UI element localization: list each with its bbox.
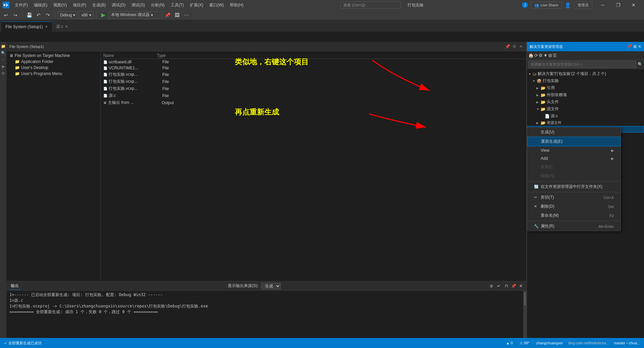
output-clear-btn[interactable]: ⊘ xyxy=(488,283,494,289)
manage-button[interactable]: 管理员 xyxy=(574,1,592,9)
ctx-open-folder-label: 在文件资源管理器中打开文件夹(X) xyxy=(541,184,602,190)
output-tab-output[interactable]: 输出 xyxy=(9,282,20,290)
tab-source-close[interactable]: ✕ xyxy=(65,25,68,28)
sol-item-ref[interactable]: ▶ 📂 引用 xyxy=(527,84,644,91)
ctx-properties[interactable]: 🔧 属性(R) Alt+Enter xyxy=(527,222,621,231)
sol-solution-root[interactable]: ▼ 🗂 解决方案'打包实验'(2 个项目，共 2 个) xyxy=(527,70,644,77)
sol-item-resources[interactable]: ▶ 📂 资源文件 xyxy=(527,120,644,126)
file-item-4[interactable]: 📄 打包实验.vcxp... File xyxy=(101,85,526,92)
solution-panel: 解决方案资源管理器 📌 ⊞ ✕ 🏠 ⟳ ⚙ ▼ ⊞ ☰ 🔍 xyxy=(527,42,644,348)
menu-analyze[interactable]: 分析(N) xyxy=(148,1,167,9)
file-item-6[interactable]: 🖥 主输出 from ... Output xyxy=(101,99,526,106)
fs-item-app[interactable]: 📁 Application Folder xyxy=(7,59,100,65)
output-dock-btn[interactable]: ⊓ xyxy=(503,283,509,289)
file-item-5[interactable]: 📄 源.c File xyxy=(101,92,526,99)
toolbar-save-all-btn[interactable]: 💾 xyxy=(25,11,33,19)
output-close-btn[interactable]: ✕ xyxy=(518,283,524,289)
toolbar-redo-btn[interactable]: ↷ xyxy=(44,11,52,19)
ctx-add[interactable]: Add ▶ xyxy=(527,154,621,162)
menu-help[interactable]: 帮助(H) xyxy=(227,1,246,9)
activity-ext[interactable]: ⊞ xyxy=(0,70,6,76)
sol-list-btn[interactable]: ☰ xyxy=(553,53,557,58)
toolbar-undo-btn[interactable]: ↶ xyxy=(35,11,43,19)
sol-home-btn[interactable]: 🏠 xyxy=(528,53,534,58)
toolbar-fwd-btn[interactable]: ↪ xyxy=(11,11,19,19)
attach-btn[interactable]: 📌 xyxy=(164,11,172,19)
tab-filesystem[interactable]: File System (Setup1) ✕ xyxy=(1,21,52,31)
menu-file[interactable]: 文件(F) xyxy=(12,1,31,9)
sol-item-sourcec[interactable]: 📄 源.c xyxy=(527,113,644,120)
sol-project-packaging[interactable]: ▼ 📦 打包实验 xyxy=(527,77,644,84)
minimize-button[interactable]: ─ xyxy=(595,0,610,10)
fs-settings-btn[interactable]: ⚙ xyxy=(512,44,517,49)
menu-build[interactable]: 生成(B) xyxy=(90,1,108,9)
notification-badge[interactable]: 2 xyxy=(522,2,528,8)
fs-item-desktop[interactable]: 📁 User's Desktop xyxy=(7,65,100,71)
debugger-dropdown[interactable]: 本地 Windows 调试器 ▾ xyxy=(109,11,162,19)
sol-close-btn[interactable]: ✕ xyxy=(638,44,641,49)
config-dropdown[interactable]: Debug ▾ xyxy=(58,11,77,19)
ctx-cut[interactable]: ✂ 剪切(T) Ctrl+X xyxy=(527,193,621,202)
output-source-dropdown[interactable]: 生成 xyxy=(261,283,281,289)
activity-explorer[interactable]: 📁 xyxy=(0,43,6,49)
ctx-open-folder[interactable]: 🔄 在文件资源管理器中打开文件夹(X) xyxy=(527,182,621,191)
menu-edit[interactable]: 编辑(E) xyxy=(31,1,50,9)
tab-source[interactable]: 源.c ✕ xyxy=(52,21,72,31)
live-share-button[interactable]: 👥 Live Share xyxy=(531,2,562,9)
ctx-rebuild[interactable]: 重新生成(E) xyxy=(527,137,621,146)
tab-filesystem-close[interactable]: ✕ xyxy=(45,25,48,28)
output-wrap-btn[interactable]: ↵ xyxy=(496,283,502,289)
sol-item-extdeps[interactable]: ▶ 📂 外部依赖项 xyxy=(527,91,644,98)
sol-pin-btn[interactable]: 📌 xyxy=(627,44,632,49)
sol-resources-arrow: ▶ xyxy=(536,121,540,125)
title-search[interactable]: 搜索 (Ctrl+Q) xyxy=(340,1,401,9)
toolbar-back-btn[interactable]: ↩ xyxy=(2,11,10,19)
sol-search-input[interactable] xyxy=(528,61,636,68)
fs-pin-btn[interactable]: 📌 xyxy=(505,44,510,49)
activity-search[interactable]: 🔍 xyxy=(0,50,6,56)
fs-item-programs[interactable]: 📁 User's Programs Menu xyxy=(7,71,100,77)
close-button[interactable]: ✕ xyxy=(626,0,641,10)
extra-btn[interactable]: ⋯ xyxy=(182,11,191,19)
status-branch[interactable]: master↔chua... xyxy=(612,340,641,346)
sol-item-srcfiles[interactable]: ▼ 📂 源文件 xyxy=(527,106,644,113)
status-warnings[interactable]: ⚠ 99* xyxy=(518,340,531,346)
run-btn[interactable]: ▶ xyxy=(99,11,107,19)
status-left: ✓ 全部重新生成已成功 xyxy=(3,340,43,346)
menu-view[interactable]: 视图(V) xyxy=(51,1,69,9)
output-scrollbar[interactable] xyxy=(523,291,527,339)
ctx-delete[interactable]: ✕ 删除(D) Del xyxy=(527,202,621,211)
ctx-view[interactable]: View ▶ xyxy=(527,146,621,154)
menu-debug[interactable]: 调试(D) xyxy=(109,1,128,9)
status-errors[interactable]: ▲ 0 xyxy=(505,340,514,346)
sol-grid-btn[interactable]: ⊞ xyxy=(548,53,552,58)
menu-tools[interactable]: 工具(T) xyxy=(168,1,186,9)
toolbar: ↩ ↪ 💾 ↶ ↷ Debug ▾ x86 ▾ ▶ 本地 Windows 调试器… xyxy=(0,10,644,20)
activity-debug[interactable]: ▶ xyxy=(0,63,6,69)
output-pin-btn[interactable]: 📌 xyxy=(511,283,517,289)
sol-item-headers[interactable]: ▶ 📂 头文件 xyxy=(527,98,644,106)
status-user[interactable]: zhangchuangxin xyxy=(535,340,564,346)
platform-dropdown[interactable]: x86 ▾ xyxy=(79,11,93,19)
sol-expand-btn[interactable]: ⊞ xyxy=(633,44,637,49)
sol-filter-btn[interactable]: ▼ xyxy=(543,53,548,58)
status-ready[interactable]: ✓ 全部重新生成已成功 xyxy=(3,340,43,346)
ctx-rename[interactable]: 重命名(M) F2 xyxy=(527,211,621,220)
ctx-build[interactable]: 生成(U) xyxy=(527,128,621,137)
file-item-0[interactable]: 📄 ucrtbased.dll File xyxy=(101,59,526,65)
fs-close-btn[interactable]: ✕ xyxy=(518,44,524,49)
restore-button[interactable]: ❐ xyxy=(610,0,626,10)
menu-project[interactable]: 项目(P) xyxy=(70,1,89,9)
file-item-2[interactable]: 📄 打包实验.vcxp... File xyxy=(101,71,526,78)
sol-settings-btn[interactable]: ⚙ xyxy=(539,53,543,58)
activity-git[interactable]: ⑂ xyxy=(0,57,6,63)
screenshot-btn[interactable]: 🖼 xyxy=(173,11,181,19)
menu-extensions[interactable]: 扩展(X) xyxy=(187,1,206,9)
file-item-3[interactable]: 📄 打包实验.vcxp... File xyxy=(101,78,526,85)
fs-root[interactable]: 🖥 File System on Target Machine xyxy=(7,53,100,59)
menu-test[interactable]: 测试(S) xyxy=(129,1,148,9)
person-icon[interactable]: 👤 xyxy=(565,2,571,8)
sol-sync-btn[interactable]: ⟳ xyxy=(534,53,538,58)
file-item-1[interactable]: 📄 VCRUNTIME1... File xyxy=(101,65,526,71)
menu-window[interactable]: 窗口(W) xyxy=(207,1,226,9)
